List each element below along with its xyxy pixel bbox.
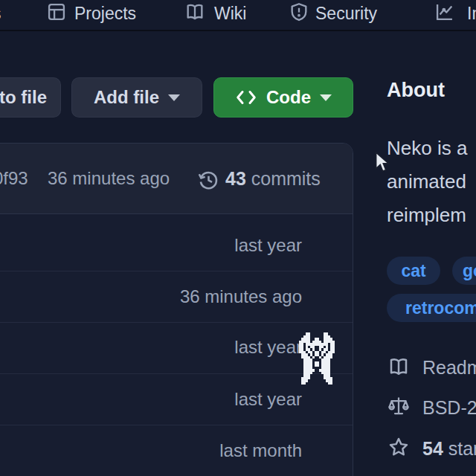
table-icon: [46, 1, 67, 25]
commits-count-link[interactable]: 43 commits: [225, 168, 321, 190]
add-file-label: Add file: [94, 87, 159, 108]
stars-count: 54: [422, 438, 443, 459]
latest-commit-bar: 0f93 36 minutes ago 43 commits: [0, 144, 353, 214]
history-icon: [197, 169, 220, 195]
nav-tab-projects[interactable]: Projects: [74, 2, 136, 25]
code-label: Code: [266, 87, 311, 108]
law-icon: [387, 395, 410, 420]
stars-link[interactable]: 54 stars: [422, 438, 476, 460]
neko-cat-sprite: [299, 332, 335, 387]
mouse-cursor-icon: [374, 151, 392, 178]
readme-link[interactable]: Readme: [422, 357, 476, 379]
code-button[interactable]: Code: [213, 77, 353, 118]
about-description-line: animated: [387, 170, 466, 193]
topic-tag-retrocomputing[interactable]: retrocomp: [387, 294, 476, 322]
tag-label: cat: [401, 261, 425, 281]
topic-tag-cat[interactable]: cat: [387, 257, 440, 285]
chevron-down-icon: [320, 94, 332, 101]
file-row-updated[interactable]: last year: [234, 235, 302, 256]
file-row-updated[interactable]: last year: [234, 337, 302, 358]
tag-label: go: [463, 261, 476, 281]
file-list-panel: 0f93 36 minutes ago 43 commits last year…: [0, 143, 353, 476]
license-link[interactable]: BSD-2-Clause license: [422, 397, 476, 419]
row-divider: [0, 322, 353, 323]
about-description-line: Neko is a: [387, 137, 467, 160]
nav-divider: [0, 30, 476, 31]
stars-label: stars: [448, 438, 476, 459]
file-row-updated[interactable]: 36 minutes ago: [180, 286, 302, 307]
row-divider: [0, 425, 353, 425]
row-divider: [0, 271, 353, 271]
code-brackets-icon: [235, 88, 257, 107]
star-icon: [387, 436, 410, 461]
graph-icon: [434, 1, 455, 25]
about-description-line: reimplem: [387, 204, 466, 227]
file-row-updated[interactable]: last year: [234, 389, 302, 410]
book-icon: [184, 1, 205, 25]
about-heading: About: [387, 79, 445, 102]
nav-tab-security[interactable]: Security: [315, 2, 377, 25]
chevron-down-icon: [168, 94, 180, 101]
go-to-file-label: Go to file: [0, 87, 47, 108]
commit-hash-link[interactable]: 0f93: [0, 168, 28, 189]
nav-tab-insights[interactable]: Insights: [467, 2, 476, 25]
commits-count: 43: [225, 168, 246, 189]
topic-tag-go[interactable]: go: [452, 257, 476, 285]
shield-icon: [289, 1, 309, 25]
file-row-updated[interactable]: last month: [219, 440, 302, 461]
nav-tab-actions[interactable]: Actions: [0, 2, 1, 25]
github-repo-page: Actions Projects Wiki Security Insights …: [0, 0, 476, 476]
tag-label: retrocomp: [405, 298, 476, 318]
commits-label: commits: [251, 168, 321, 189]
add-file-button[interactable]: Add file: [71, 77, 202, 118]
nav-tab-wiki[interactable]: Wiki: [214, 2, 246, 25]
commit-time: 36 minutes ago: [48, 168, 170, 189]
book-icon: [387, 356, 410, 381]
go-to-file-button[interactable]: Go to file: [0, 77, 61, 118]
